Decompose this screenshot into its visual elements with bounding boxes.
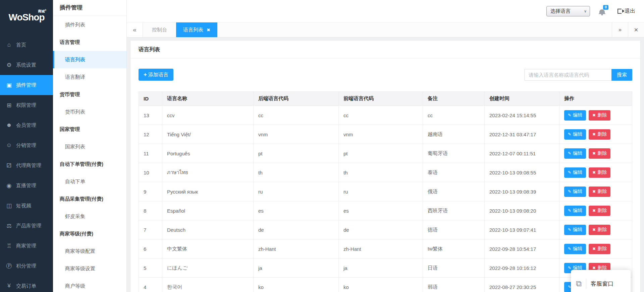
edit-button[interactable]: ✎编辑 — [564, 244, 586, 254]
cell: 2022-10-13 09:08:55 — [485, 163, 559, 182]
edit-button[interactable]: ✎编辑 — [564, 110, 586, 121]
tabs-close-all-button[interactable]: ✕ — [628, 22, 644, 37]
sidebar-item-plugins[interactable]: ▣插件管理 — [0, 75, 53, 95]
cell: 2022-08-27 20:30:25 — [485, 278, 559, 292]
column-header: 前端语言代码 — [339, 92, 423, 106]
scales-icon: ⚖ — [6, 222, 12, 229]
submenu-item-9[interactable]: 自动下单 — [53, 173, 126, 190]
language-select[interactable]: 选择语言 ∨ — [546, 6, 590, 16]
table-row: 11Portuguêsptpt葡萄牙语2022-12-07 00:11:51✎编… — [139, 144, 632, 163]
x-icon: ✖ — [592, 227, 596, 232]
sidebar-item-product-library[interactable]: ⚖产品库管理 — [0, 216, 53, 236]
column-header: 创建时间 — [485, 92, 559, 106]
sidebar-item-trade-orders[interactable]: ¥交易订单 — [0, 276, 53, 292]
tab-console[interactable]: 控制台 — [143, 22, 176, 37]
pencil-icon: ✎ — [568, 246, 571, 251]
cell: vnm — [339, 125, 423, 144]
x-icon: ✖ — [592, 266, 596, 270]
sidebar-item-distribution[interactable]: ☺分销管理 — [0, 135, 53, 155]
sidebar-item-agents[interactable]: ⚂代理商管理 — [0, 155, 53, 175]
submenu-item-5[interactable]: 货币列表 — [53, 103, 126, 121]
cell: pt — [339, 144, 423, 163]
sidebar-item-merchants[interactable]: ♖商家管理 — [0, 236, 53, 256]
notifications-button[interactable]: 0 — [599, 8, 605, 14]
yen-icon: ¥ — [6, 283, 12, 289]
cell: th — [339, 163, 423, 182]
edit-button[interactable]: ✎编辑 — [564, 167, 586, 178]
delete-button[interactable]: ✖删除 — [589, 167, 610, 178]
cell: 2022-12-31 03:47:17 — [485, 125, 559, 144]
actions-cell: ✎编辑✖删除 — [559, 163, 632, 182]
sidebar-item-live[interactable]: ◉直播管理 — [0, 175, 53, 196]
cell: ภาษาไทย — [162, 163, 254, 182]
logout-button[interactable]: 退出 — [618, 8, 635, 15]
edit-button[interactable]: ✎编辑 — [564, 225, 586, 235]
delete-button[interactable]: ✖删除 — [589, 129, 610, 140]
cell: 日语 — [423, 259, 485, 278]
submenu-title: 插件管理 — [53, 0, 126, 16]
sidebar-item-system-settings[interactable]: ⚙系统设置 — [0, 55, 53, 75]
x-icon: ✖ — [592, 151, 596, 156]
chevron-down-icon: ∨ — [584, 9, 587, 13]
search-button[interactable]: 搜索 — [611, 69, 632, 81]
edit-button[interactable]: ✎编辑 — [564, 129, 586, 140]
tab-close-icon[interactable]: ✖ — [207, 27, 210, 32]
search-input[interactable] — [524, 69, 611, 81]
tab-language-list[interactable]: 语言列表 ✖ — [176, 22, 217, 37]
sidebar-item-label: 商家管理 — [16, 243, 36, 249]
cell: 2023-02-24 15:14:55 — [485, 106, 559, 125]
delete-button[interactable]: ✖删除 — [589, 225, 610, 235]
edit-button[interactable]: ✎编辑 — [564, 187, 586, 197]
cell: ko — [339, 278, 423, 292]
edit-button[interactable]: ✎编辑 — [564, 206, 586, 216]
column-header: 语言名称 — [162, 92, 254, 106]
edit-button[interactable]: ✎编辑 — [564, 148, 586, 159]
submenu-item-11[interactable]: 虾皮采集 — [53, 208, 126, 225]
sidebar-item-members[interactable]: ☻会员管理 — [0, 115, 53, 135]
sidebar-item-short-video[interactable]: ◫短视频 — [0, 196, 53, 216]
brand-badge: 商城® — [38, 9, 46, 14]
cell: ko — [254, 278, 339, 292]
cell: pt — [254, 144, 339, 163]
delete-button[interactable]: ✖删除 — [589, 110, 610, 121]
x-icon: ✖ — [592, 170, 596, 175]
x-icon: ✖ — [592, 189, 596, 194]
submenu-item-0[interactable]: 插件列表 — [53, 16, 126, 33]
actions-cell: ✎编辑✖删除 — [559, 201, 632, 220]
language-select-value: 选择语言 — [550, 8, 571, 14]
submenu-item-2[interactable]: 语言列表 — [53, 51, 126, 68]
delete-button[interactable]: ✖删除 — [589, 148, 610, 159]
sidebar-item-permissions[interactable]: ⊞权限管理 — [0, 95, 53, 115]
delete-button[interactable]: ✖删除 — [589, 187, 610, 197]
sidebar-item-points[interactable]: Ⓟ积分管理 — [0, 256, 53, 276]
tabs-scroll-right-button[interactable]: » — [612, 22, 628, 37]
cell: 2022-10-13 09:08:20 — [485, 201, 559, 220]
submenu-item-3[interactable]: 语言翻译 — [53, 68, 126, 86]
customer-service-widget[interactable]: ⧉ 客服窗口 — [571, 270, 631, 292]
cell: cc — [339, 106, 423, 125]
submenu-item-15[interactable]: 商户等级 — [53, 277, 126, 292]
cell: ru — [254, 182, 339, 201]
actions-cell: ✎编辑✖删除 — [559, 125, 632, 144]
table-row: 12Tiếng Việt/vnmvnm越南语2022-12-31 03:47:1… — [139, 125, 632, 144]
sidebar-item-label: 会员管理 — [16, 122, 36, 129]
submenu-item-7[interactable]: 国家列表 — [53, 138, 126, 155]
page-title: 语言列表 — [130, 41, 640, 59]
sidebar-item-label: 积分管理 — [16, 263, 36, 269]
submenu-group-header: 货币管理 — [53, 86, 126, 103]
sidebar-menu: ⌂首页⚙系统设置▣插件管理⊞权限管理☻会员管理☺分销管理⚂代理商管理◉直播管理◫… — [0, 35, 53, 292]
sidebar-item-home[interactable]: ⌂首页 — [0, 35, 53, 55]
cell: vnm — [254, 125, 339, 144]
delete-button[interactable]: ✖删除 — [589, 206, 610, 216]
sitemap-icon: ⊞ — [6, 102, 12, 109]
add-language-button[interactable]: + 添加语言 — [139, 69, 173, 81]
tabs-scroll-left-button[interactable]: « — [127, 22, 143, 37]
cell: es — [339, 201, 423, 220]
cell: 5 — [139, 259, 162, 278]
submenu-item-13[interactable]: 商家等级配置 — [53, 242, 126, 260]
sidebar-item-label: 分销管理 — [16, 142, 36, 149]
delete-button[interactable]: ✖删除 — [589, 244, 610, 254]
cell: de — [339, 220, 423, 239]
submenu-item-14[interactable]: 商家等级设置 — [53, 260, 126, 277]
cell: de — [254, 220, 339, 239]
